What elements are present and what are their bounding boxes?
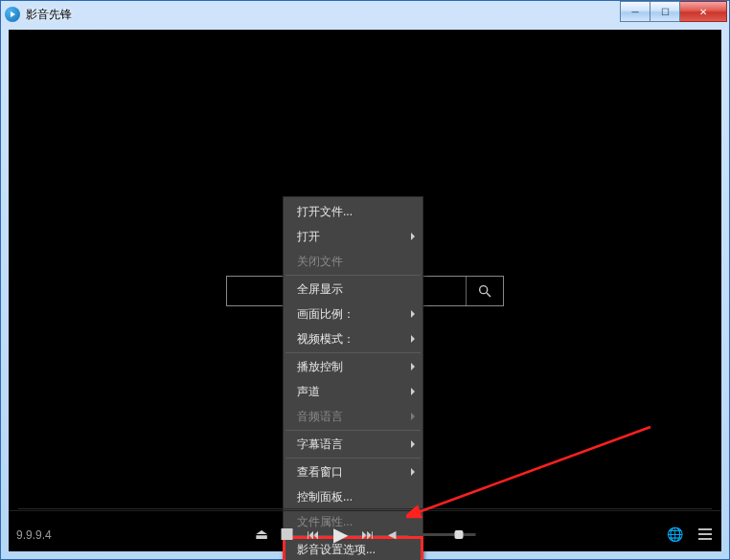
menu-separator: [285, 430, 421, 431]
playlist-icon[interactable]: [698, 528, 712, 540]
window-chrome: 影音先锋 ─ ☐ ✕ y 打开文件...打开关闭文件全屏显示画面比例：视频模式：…: [0, 0, 730, 560]
menu-item[interactable]: 全屏显示: [284, 277, 422, 302]
bottom-bar: 9.9.9.4: [9, 510, 721, 551]
play-button[interactable]: [333, 523, 348, 546]
menu-item[interactable]: 查看窗口: [284, 459, 422, 484]
menu-item: 关闭文件: [284, 249, 422, 274]
mute-button[interactable]: [388, 528, 396, 541]
menu-item[interactable]: 控制面板...: [284, 484, 422, 509]
menu-separator: [285, 275, 421, 276]
submenu-arrow-icon: [411, 363, 415, 370]
version-label: 9.9.9.4: [16, 528, 52, 542]
svg-line-1: [487, 293, 490, 297]
network-icon[interactable]: [667, 526, 683, 542]
menu-separator: [285, 458, 421, 459]
close-button[interactable]: ✕: [680, 1, 727, 22]
menu-item-label: 关闭文件: [297, 254, 343, 270]
menu-item[interactable]: 视频模式：: [284, 326, 422, 351]
playback-controls: [255, 523, 476, 546]
svg-line-2: [416, 427, 650, 513]
window-title: 影音先锋: [26, 7, 72, 23]
menu-separator: [285, 352, 421, 353]
minimize-button[interactable]: ─: [620, 1, 650, 22]
menu-item-label: 视频模式：: [297, 331, 354, 347]
previous-button[interactable]: [307, 526, 320, 542]
progress-bar[interactable]: [18, 508, 712, 509]
search-icon: [477, 283, 492, 299]
submenu-arrow-icon: [411, 233, 415, 240]
menu-item[interactable]: 画面比例：: [284, 302, 422, 326]
titlebar[interactable]: 影音先锋 ─ ☐ ✕: [1, 1, 729, 28]
menu-item-label: 全屏显示: [297, 281, 343, 298]
menu-item-label: 查看窗口: [297, 464, 343, 481]
submenu-arrow-icon: [411, 310, 415, 318]
menu-item-label: 音频语言: [297, 409, 343, 425]
menu-item[interactable]: 播放控制: [284, 354, 422, 379]
submenu-arrow-icon: [411, 335, 415, 343]
maximize-button[interactable]: ☐: [650, 1, 680, 22]
volume-slider[interactable]: [409, 533, 476, 536]
svg-point-0: [480, 285, 488, 293]
volume-thumb[interactable]: [455, 530, 464, 539]
next-button[interactable]: [361, 526, 375, 542]
menu-item[interactable]: 打开: [284, 224, 422, 249]
menu-item: 音频语言: [284, 404, 422, 429]
search-button[interactable]: [466, 277, 503, 305]
window-buttons: ─ ☐ ✕: [620, 1, 727, 22]
menu-item-label: 打开: [297, 229, 320, 245]
client-area: y 打开文件...打开关闭文件全屏显示画面比例：视频模式：播放控制声道音频语言字…: [9, 30, 721, 551]
menu-item-label: 画面比例：: [297, 306, 354, 323]
menu-item-label: 声道: [297, 384, 320, 400]
submenu-arrow-icon: [411, 388, 415, 395]
menu-item-label: 控制面板...: [297, 489, 353, 505]
menu-item[interactable]: 打开文件...: [284, 199, 422, 224]
eject-button[interactable]: [255, 526, 268, 543]
menu-item[interactable]: 字幕语言: [284, 432, 422, 457]
menu-item-label: 播放控制: [297, 359, 343, 375]
right-controls: [667, 526, 712, 542]
context-menu[interactable]: 打开文件...打开关闭文件全屏显示画面比例：视频模式：播放控制声道音频语言字幕语…: [283, 196, 423, 560]
submenu-arrow-icon: [411, 440, 415, 448]
submenu-arrow-icon: [411, 468, 415, 476]
app-icon: [5, 7, 20, 22]
menu-item-label: 打开文件...: [297, 204, 353, 220]
menu-item[interactable]: 声道: [284, 379, 422, 404]
stop-button[interactable]: [282, 528, 293, 540]
submenu-arrow-icon: [411, 413, 415, 420]
menu-item-label: 字幕语言: [297, 437, 343, 453]
